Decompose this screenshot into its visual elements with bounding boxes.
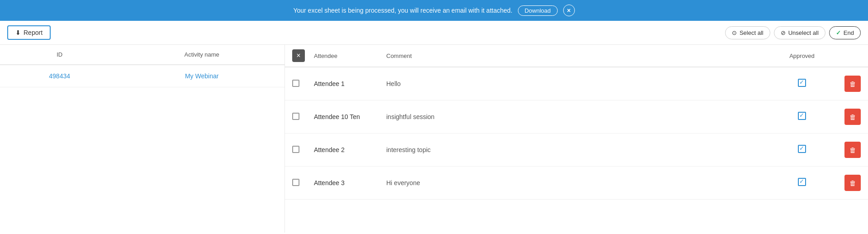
unselect-all-button[interactable]: ⊘ Unselect all <box>774 26 825 39</box>
delete-button-4[interactable]: 🗑 <box>844 175 861 191</box>
activity-name-link[interactable]: My Webinar <box>185 72 218 80</box>
activity-id-cell: 498434 <box>0 65 119 87</box>
trash-icon-2: 🗑 <box>849 113 856 121</box>
checkbox-icon-2[interactable] <box>292 113 299 120</box>
table-row: 498434 My Webinar <box>0 65 285 87</box>
report-button[interactable]: ⬇ Report <box>7 25 51 40</box>
row-action-4: 🗑 <box>829 175 861 191</box>
comment-text-1: Hello <box>386 80 775 87</box>
activity-name-cell: My Webinar <box>119 65 285 87</box>
row-action-3: 🗑 <box>829 142 861 158</box>
trash-icon-4: 🗑 <box>849 179 856 187</box>
select-all-button[interactable]: ⊙ Select all <box>725 26 770 39</box>
checkbox-icon-1[interactable] <box>292 80 299 87</box>
approved-checkbox-2[interactable] <box>798 112 806 120</box>
row-checkbox-1[interactable] <box>292 80 305 88</box>
col-id: ID <box>0 45 119 65</box>
delete-button-2[interactable]: 🗑 <box>844 109 861 125</box>
right-panel: × Attendee Comment Approved Attendee 1 H… <box>285 45 868 233</box>
unselect-all-label: Unselect all <box>788 29 819 36</box>
header-row: ⬇ Report ⊙ Select all ⊘ Unselect all ✓ E… <box>0 21 868 45</box>
report-label: Report <box>24 29 43 36</box>
checkbox-icon-4[interactable] <box>292 179 299 186</box>
end-button[interactable]: ✓ End <box>829 26 861 39</box>
trash-icon-3: 🗑 <box>849 146 856 154</box>
panel-header: × Attendee Comment Approved <box>285 45 868 67</box>
row-action-1: 🗑 <box>829 76 861 92</box>
delete-button-1[interactable]: 🗑 <box>844 76 861 92</box>
trash-icon-1: 🗑 <box>849 80 856 88</box>
comment-text-3: interesting topic <box>386 146 775 153</box>
attendee-name-2: Attendee 10 Ten <box>314 113 386 120</box>
notification-close-button[interactable]: × <box>563 5 575 16</box>
approved-status-2 <box>775 112 829 122</box>
approved-checkbox-4[interactable] <box>798 178 806 186</box>
row-checkbox-3[interactable] <box>292 146 305 154</box>
approved-status-3 <box>775 145 829 155</box>
list-item: Attendee 2 interesting topic 🗑 <box>285 134 868 167</box>
approved-status-1 <box>775 79 829 89</box>
row-checkbox-4[interactable] <box>292 179 305 187</box>
report-download-icon: ⬇ <box>15 29 21 36</box>
comment-text-2: insightful session <box>386 113 775 120</box>
approved-checkbox-3[interactable] <box>798 145 806 153</box>
activity-id-link[interactable]: 498434 <box>49 72 70 80</box>
list-item: Attendee 3 Hi everyone 🗑 <box>285 167 868 200</box>
select-all-icon: ⊙ <box>732 29 737 36</box>
notification-bar: Your excel sheet is being processed, you… <box>0 0 868 21</box>
panel-column-headers: Attendee Comment Approved <box>314 53 861 59</box>
attendee-name-4: Attendee 3 <box>314 179 386 186</box>
header-actions: ⊙ Select all ⊘ Unselect all ✓ End <box>725 26 861 39</box>
approved-status-4 <box>775 178 829 188</box>
col-header-approved: Approved <box>775 53 829 59</box>
comment-text-4: Hi everyone <box>386 179 775 186</box>
checkbox-icon-3[interactable] <box>292 146 299 153</box>
row-checkbox-2[interactable] <box>292 113 305 121</box>
col-header-action <box>829 53 861 59</box>
download-button[interactable]: Download <box>518 5 558 16</box>
list-item: Attendee 1 Hello 🗑 <box>285 67 868 100</box>
approved-checkbox-1[interactable] <box>798 79 806 87</box>
notification-message: Your excel sheet is being processed, you… <box>293 7 512 14</box>
panel-close-button[interactable]: × <box>292 49 305 62</box>
col-header-comment: Comment <box>386 53 775 59</box>
attendee-name-3: Attendee 2 <box>314 146 386 153</box>
end-checkmark-icon: ✓ <box>836 29 841 36</box>
col-activity-name: Activity name <box>119 45 285 65</box>
end-label: End <box>844 29 854 36</box>
delete-button-3[interactable]: 🗑 <box>844 142 861 158</box>
select-all-label: Select all <box>740 29 764 36</box>
main-layout: ID Activity name 498434 My Webinar × <box>0 45 868 233</box>
list-item: Attendee 10 Ten insightful session 🗑 <box>285 100 868 134</box>
left-table: ID Activity name 498434 My Webinar <box>0 45 285 233</box>
col-header-attendee: Attendee <box>314 53 386 59</box>
row-action-2: 🗑 <box>829 109 861 125</box>
unselect-all-icon: ⊘ <box>781 29 786 36</box>
attendee-name-1: Attendee 1 <box>314 80 386 87</box>
